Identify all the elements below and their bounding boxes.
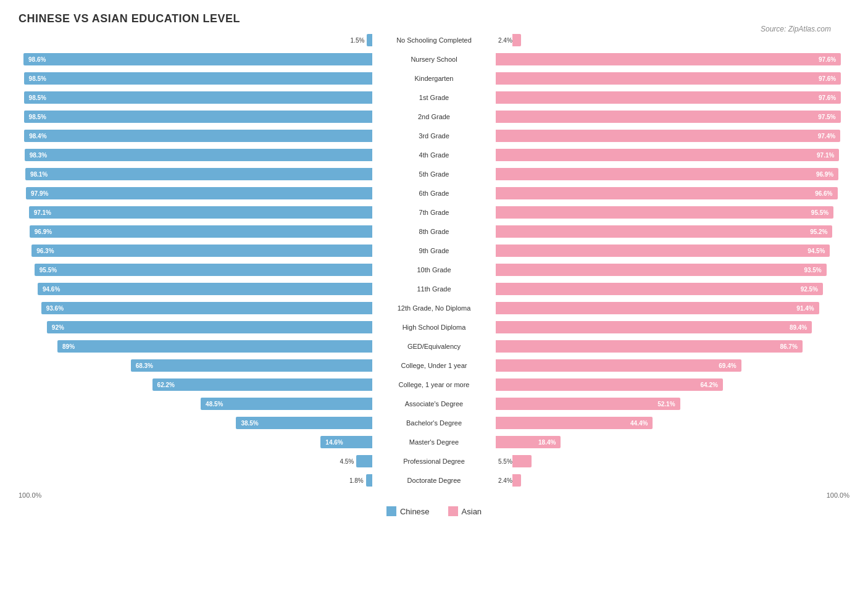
asian-bar: 96.6% bbox=[496, 187, 838, 199]
chinese-bar-label-outside: 1.5% bbox=[351, 37, 365, 44]
left-section: 38.5% bbox=[19, 414, 372, 432]
chinese-bar-label: 98.1% bbox=[28, 171, 50, 178]
right-section: 94.5% bbox=[496, 242, 849, 259]
chinese-bar: 98.5% bbox=[24, 111, 372, 123]
chinese-bar: 98.5% bbox=[24, 72, 372, 85]
asian-bar-label: 97.6% bbox=[816, 94, 838, 101]
chinese-bar: 14.6% bbox=[320, 436, 372, 448]
left-section: 4.5% bbox=[19, 453, 372, 470]
bar-row: 98.5%Kindergarten97.6% bbox=[19, 70, 849, 87]
left-section: 94.6% bbox=[19, 280, 372, 298]
bar-row: 98.5%1st Grade97.6% bbox=[19, 89, 849, 106]
asian-bar: 94.5% bbox=[496, 245, 830, 257]
row-label: Kindergarten bbox=[372, 73, 496, 83]
bar-row: 97.9%6th Grade96.6% bbox=[19, 185, 849, 202]
asian-bar-label: 69.4% bbox=[716, 362, 738, 369]
chinese-bar-label: 98.5% bbox=[27, 75, 49, 82]
asian-bar-label: 91.4% bbox=[794, 305, 816, 312]
row-label: 12th Grade, No Diploma bbox=[372, 303, 496, 313]
row-label: 4th Grade bbox=[372, 150, 496, 160]
row-label: Professional Degree bbox=[372, 456, 496, 466]
chinese-bar: 98.6% bbox=[23, 53, 372, 65]
right-section: 97.6% bbox=[496, 70, 849, 87]
chinese-bar-label: 96.9% bbox=[32, 228, 54, 235]
legend: Chinese Asian bbox=[19, 506, 849, 516]
bar-row: 68.3%College, Under 1 year69.4% bbox=[19, 357, 849, 374]
asian-bar: 97.4% bbox=[496, 130, 840, 142]
chinese-bar-label-outside: 1.8% bbox=[349, 477, 364, 484]
right-section: 97.1% bbox=[496, 146, 849, 164]
row-label: Nursery School bbox=[372, 54, 496, 64]
asian-bar-label-outside: 2.4% bbox=[498, 37, 512, 44]
bar-row: 96.9%8th Grade95.2% bbox=[19, 223, 849, 240]
asian-bar-label: 97.4% bbox=[816, 133, 838, 140]
asian-bar-label: 95.5% bbox=[809, 209, 831, 216]
row-label: 1st Grade bbox=[372, 93, 496, 102]
right-section: 18.4% bbox=[496, 433, 849, 451]
row-label: 6th Grade bbox=[372, 188, 496, 198]
left-section: 97.9% bbox=[19, 185, 372, 202]
bar-row: 14.6%Master's Degree18.4% bbox=[19, 433, 849, 451]
row-label: 11th Grade bbox=[372, 284, 496, 294]
asian-bar-label: 95.2% bbox=[807, 228, 830, 235]
legend-asian-color bbox=[448, 506, 458, 516]
chinese-bar: 92% bbox=[47, 321, 372, 333]
chinese-bar: 48.5% bbox=[201, 398, 372, 410]
asian-bar: 93.5% bbox=[496, 264, 827, 276]
left-section: 98.3% bbox=[19, 146, 372, 164]
row-label: 8th Grade bbox=[372, 227, 496, 236]
bar-row: 1.8%Doctorate Degree2.4% bbox=[19, 472, 849, 489]
left-section: 93.6% bbox=[19, 299, 372, 317]
row-label: 7th Grade bbox=[372, 207, 496, 217]
legend-chinese-color bbox=[386, 506, 396, 516]
asian-bar-label: 64.2% bbox=[698, 382, 720, 388]
right-section: 86.7% bbox=[496, 338, 849, 355]
right-section: 52.1% bbox=[496, 395, 849, 412]
bar-row: 4.5%Professional Degree5.5% bbox=[19, 453, 849, 470]
left-section: 96.9% bbox=[19, 223, 372, 240]
row-label: 9th Grade bbox=[372, 246, 496, 256]
left-section: 96.3% bbox=[19, 242, 372, 259]
bar-row: 89%GED/Equivalency86.7% bbox=[19, 338, 849, 355]
right-section: 2.4% bbox=[496, 31, 849, 49]
bar-row: 38.5%Bachelor's Degree44.4% bbox=[19, 414, 849, 432]
chinese-bar: 96.9% bbox=[30, 225, 372, 238]
asian-bar-label: 97.5% bbox=[816, 114, 838, 120]
asian-bar: 97.6% bbox=[496, 53, 841, 65]
chinese-bar-label: 38.5% bbox=[238, 420, 261, 427]
asian-bar-label: 86.7% bbox=[777, 343, 799, 350]
chinese-bar-label: 97.1% bbox=[31, 209, 54, 216]
chinese-bar: 95.5% bbox=[35, 264, 372, 276]
legend-asian: Asian bbox=[448, 506, 482, 516]
row-label: 2nd Grade bbox=[372, 112, 496, 122]
bar-row: 98.5%2nd Grade97.5% bbox=[19, 108, 849, 125]
left-section: 98.4% bbox=[19, 127, 372, 144]
right-section: 64.2% bbox=[496, 376, 849, 393]
asian-bar: 97.6% bbox=[496, 91, 841, 104]
row-label: Associate's Degree bbox=[372, 399, 496, 409]
asian-bar-label: 89.4% bbox=[787, 324, 809, 331]
left-section: 1.8% bbox=[19, 472, 372, 489]
chinese-bar-label: 98.4% bbox=[27, 133, 49, 140]
bar-row: 98.1%5th Grade96.9% bbox=[19, 165, 849, 183]
left-section: 97.1% bbox=[19, 204, 372, 221]
asian-bar: 97.1% bbox=[496, 149, 839, 161]
chinese-bar: 98.5% bbox=[24, 91, 372, 104]
right-section: 97.4% bbox=[496, 127, 849, 144]
row-label: Master's Degree bbox=[372, 437, 496, 447]
row-label: 5th Grade bbox=[372, 169, 496, 179]
bar-row: 96.3%9th Grade94.5% bbox=[19, 242, 849, 259]
row-label: No Schooling Completed bbox=[372, 35, 496, 45]
asian-bar-label: 96.9% bbox=[814, 171, 836, 178]
asian-bar-label: 18.4% bbox=[536, 439, 558, 446]
right-section: 96.9% bbox=[496, 165, 849, 183]
bar-row: 95.5%10th Grade93.5% bbox=[19, 261, 849, 278]
asian-bar-label: 44.4% bbox=[628, 420, 650, 427]
asian-bar: 91.4% bbox=[496, 302, 819, 314]
row-label: Bachelor's Degree bbox=[372, 418, 496, 428]
asian-bar: 92.5% bbox=[496, 283, 823, 295]
row-label: College, 1 year or more bbox=[372, 380, 496, 390]
asian-bar: 69.4% bbox=[496, 359, 741, 372]
right-section: 89.4% bbox=[496, 319, 849, 336]
right-section: 2.4% bbox=[496, 472, 849, 489]
